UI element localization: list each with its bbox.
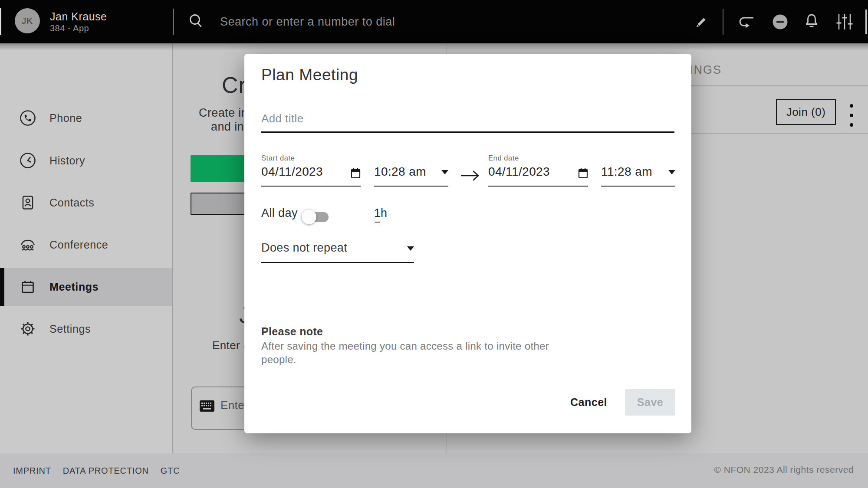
call-redirect-icon[interactable]: [738, 14, 755, 32]
user-extension: 384 - App: [50, 23, 89, 33]
create-meeting-subtitle-line2: and in: [211, 120, 244, 134]
duration-value: 1h: [374, 206, 387, 220]
topbar-divider: [723, 9, 723, 35]
repeat-select[interactable]: Does not repeat: [261, 241, 414, 263]
meetings-calendar-icon: [20, 279, 36, 295]
sidebar-item-contacts[interactable]: Contacts: [0, 190, 172, 216]
save-button[interactable]: Save: [625, 389, 675, 416]
sidebar: Phone History Contacts: [0, 43, 173, 453]
avatar[interactable]: JK: [15, 8, 40, 33]
keyboard-icon: [199, 400, 215, 414]
sidebar-item-history[interactable]: History: [0, 147, 172, 174]
app-window: JK Jan Krause 384 - App: [0, 0, 868, 488]
user-name: Jan Krause: [50, 10, 107, 23]
sidebar-item-label: Meetings: [49, 281, 99, 293]
toggle-knob: [302, 210, 316, 224]
sidebar-item-label: Phone: [49, 112, 82, 124]
create-meeting-heading: Cr: [222, 72, 247, 98]
note-title: Please note: [261, 325, 323, 338]
sidebar-item-phone[interactable]: Phone: [0, 105, 172, 131]
topbar-right-divider: [865, 10, 867, 34]
plan-meeting-modal: Plan Meeting Start date 04/11/2023 10:28…: [244, 54, 691, 433]
history-clock-icon: [20, 152, 36, 169]
start-date-value: 04/11/2023: [261, 165, 323, 179]
chevron-down-icon: [668, 170, 675, 174]
footer-link-data-protection[interactable]: DATA PROTECTION: [63, 466, 149, 476]
copyright-text: © NFON 2023 All rights reserved: [714, 465, 854, 475]
settings-gear-icon: [20, 321, 36, 337]
end-time-value: 11:28 am: [601, 165, 652, 179]
phone-icon: [20, 110, 36, 126]
topbar-divider: [173, 9, 174, 35]
duration-underline: [375, 222, 380, 223]
note-body-line2: people.: [261, 354, 296, 366]
search-input[interactable]: [219, 11, 497, 33]
sidebar-item-label: Contacts: [49, 197, 94, 209]
join-meeting-count-button[interactable]: Join (0): [776, 99, 836, 125]
end-date-label: End date: [488, 154, 519, 162]
meeting-title-input[interactable]: [261, 112, 674, 133]
footer: IMPRINT DATA PROTECTION GTC © NFON 2023 …: [0, 453, 868, 488]
footer-link-imprint[interactable]: IMPRINT: [13, 466, 51, 476]
end-time-field[interactable]: 11:28 am: [601, 165, 675, 187]
chevron-down-icon: [407, 246, 414, 251]
footer-links: IMPRINT DATA PROTECTION GTC: [0, 466, 180, 476]
all-day-label: All day: [261, 206, 298, 220]
end-date-value: 04/11/2023: [488, 165, 550, 179]
start-time-value: 10:28 am: [374, 165, 426, 179]
start-date-field[interactable]: 04/11/2023: [261, 165, 361, 187]
calendar-picker-icon[interactable]: [578, 167, 588, 181]
note-body-line1: After saving the meeting you can access …: [261, 340, 549, 352]
search-icon: [187, 12, 205, 33]
sidebar-item-settings[interactable]: Settings: [0, 316, 172, 342]
calendar-picker-icon[interactable]: [351, 167, 361, 181]
avatar-initials: JK: [22, 16, 33, 26]
meeting-options-kebab-icon[interactable]: [848, 104, 855, 127]
cancel-button[interactable]: Cancel: [569, 396, 609, 409]
contacts-icon: [20, 194, 36, 211]
start-time-field[interactable]: 10:28 am: [374, 165, 448, 187]
topbar: JK Jan Krause 384 - App: [0, 0, 868, 43]
window-edge-divider: [0, 8, 1, 35]
end-date-field[interactable]: 04/11/2023: [488, 165, 588, 187]
audio-tuner-icon[interactable]: [836, 13, 853, 33]
conference-icon: [20, 236, 36, 253]
arrow-right-icon: [460, 169, 480, 184]
sidebar-item-meetings[interactable]: Meetings: [0, 268, 172, 306]
start-date-label: Start date: [261, 154, 295, 162]
repeat-value: Does not repeat: [261, 241, 347, 255]
create-meeting-subtitle-line1: Create in: [199, 106, 248, 120]
chevron-down-icon: [441, 170, 448, 174]
modal-title: Plan Meeting: [261, 66, 358, 84]
sidebar-item-label: Settings: [49, 323, 91, 335]
compose-pencil-icon[interactable]: [694, 14, 707, 31]
all-day-toggle[interactable]: [302, 208, 329, 226]
sidebar-item-conference[interactable]: Conference: [0, 232, 172, 258]
footer-link-gtc[interactable]: GTC: [161, 466, 180, 476]
sidebar-item-label: Conference: [49, 239, 108, 251]
status-dnd-icon[interactable]: [772, 14, 788, 32]
notifications-bell-icon[interactable]: [804, 12, 819, 32]
modal-actions: Cancel Save: [569, 389, 675, 416]
sidebar-item-label: History: [49, 154, 85, 167]
